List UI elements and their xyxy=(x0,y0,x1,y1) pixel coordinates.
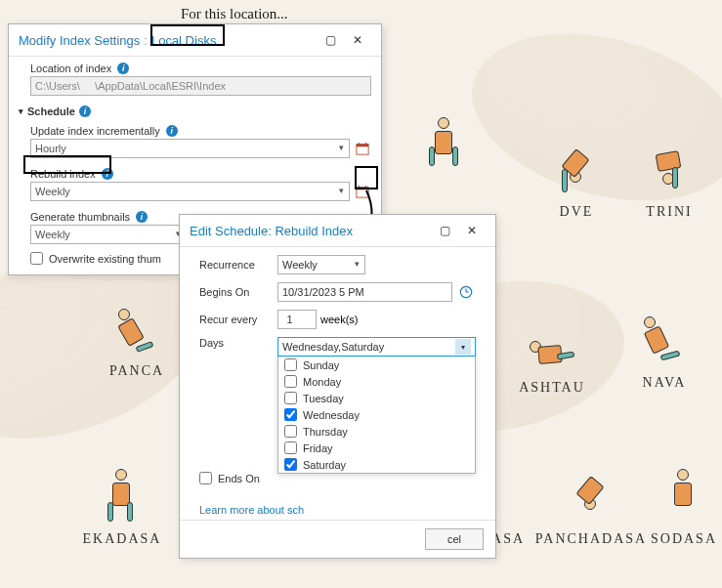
day-label: Wednesday xyxy=(303,409,360,421)
yoga-figure: NAVA xyxy=(630,313,699,400)
day-label: Sunday xyxy=(303,359,339,371)
info-icon[interactable]: i xyxy=(166,125,178,137)
yoga-figure: SODASA xyxy=(645,469,722,557)
clock-button[interactable] xyxy=(456,282,476,302)
maximize-button[interactable]: ▢ xyxy=(317,30,344,50)
yoga-figure: PANCHADASA xyxy=(532,469,650,557)
info-icon[interactable]: i xyxy=(136,211,148,223)
day-checkbox[interactable] xyxy=(284,441,297,454)
day-checkbox[interactable] xyxy=(284,375,297,388)
yoga-figure: EKADASA xyxy=(68,469,176,557)
recur-spinner[interactable] xyxy=(277,310,317,329)
day-option[interactable]: Thursday xyxy=(278,423,475,440)
dialog-title: Edit Schedule: Rebuild Index xyxy=(190,224,353,238)
edit-schedule-dialog: Edit Schedule: Rebuild Index ▢ ✕ Recurre… xyxy=(179,214,496,559)
chevron-down-icon: ▾ xyxy=(19,106,23,116)
day-label: Monday xyxy=(303,376,341,388)
yoga-figure: PANCA xyxy=(103,301,171,389)
dialog-title-prefix: Modify Index Settings xyxy=(19,33,140,48)
day-option[interactable]: Saturday xyxy=(278,456,475,473)
ends-on-checkbox[interactable] xyxy=(199,472,212,484)
info-icon[interactable]: i xyxy=(79,105,91,117)
days-dropdown[interactable]: Wednesday,Saturday ▾ SundayMondayTuesday… xyxy=(277,337,476,357)
thumbs-combo[interactable] xyxy=(30,225,187,244)
rebuild-combo[interactable] xyxy=(30,182,350,201)
close-button[interactable]: ✕ xyxy=(344,30,371,50)
yoga-figure: ASHTAU xyxy=(518,317,586,405)
location-input[interactable] xyxy=(30,76,371,96)
days-label: Days xyxy=(199,337,277,349)
recur-label: Recur every xyxy=(199,314,277,325)
calendar-button-update[interactable] xyxy=(354,140,371,157)
dialog-titlebar: Edit Schedule: Rebuild Index ▢ ✕ xyxy=(180,215,495,247)
maximize-button[interactable]: ▢ xyxy=(431,221,458,240)
day-option[interactable]: Sunday xyxy=(278,357,475,373)
yoga-figure xyxy=(410,117,479,205)
dialog-titlebar: Modify Index Settings : Local Disks ▢ ✕ xyxy=(9,24,381,57)
chevron-down-icon[interactable]: ▾ xyxy=(455,339,471,355)
rebuild-label: Rebuild index i xyxy=(9,162,381,182)
yoga-figure: TRINI xyxy=(635,142,703,230)
day-checkbox[interactable] xyxy=(284,408,297,421)
yoga-label: TRINI xyxy=(646,204,692,220)
day-label: Tuesday xyxy=(303,393,344,404)
day-option[interactable]: Monday xyxy=(278,373,475,390)
day-label: Friday xyxy=(303,442,333,454)
yoga-label: SODASA xyxy=(651,531,717,547)
days-popup: SundayMondayTuesdayWednesdayThursdayFrid… xyxy=(277,357,476,474)
recur-unit: week(s) xyxy=(320,314,359,325)
day-checkbox[interactable] xyxy=(284,425,297,438)
day-option[interactable]: Tuesday xyxy=(278,390,475,406)
annotation-location: For this location... xyxy=(181,6,288,22)
update-label: Update index incrementally i xyxy=(9,119,381,139)
cancel-button[interactable]: cel xyxy=(425,528,484,550)
begins-input[interactable] xyxy=(277,282,452,302)
overwrite-checkbox[interactable] xyxy=(30,252,43,265)
begins-label: Begins On xyxy=(199,286,277,298)
yoga-label: ASHTAU xyxy=(519,380,585,396)
day-label: Thursday xyxy=(303,426,348,438)
day-checkbox[interactable] xyxy=(284,458,297,471)
info-icon[interactable]: i xyxy=(117,63,129,74)
ends-on-label: Ends On xyxy=(218,473,260,484)
location-label: Location of index i xyxy=(9,57,381,76)
recurrence-label: Recurrence xyxy=(199,259,277,271)
yoga-label: NAVA xyxy=(643,375,687,391)
yoga-label: EKADASA xyxy=(83,531,162,547)
days-value: Wednesday,Saturday xyxy=(282,341,384,353)
day-option[interactable]: Friday xyxy=(278,440,475,456)
overwrite-label: Overwrite existing thum xyxy=(49,253,161,265)
schedule-section[interactable]: ▾ Schedule i xyxy=(9,100,381,119)
calendar-button-rebuild[interactable] xyxy=(354,183,371,200)
yoga-label: PANCA xyxy=(109,363,164,379)
day-checkbox[interactable] xyxy=(284,392,297,404)
day-checkbox[interactable] xyxy=(284,358,297,371)
close-button[interactable]: ✕ xyxy=(458,221,486,240)
yoga-label: DVE xyxy=(560,204,594,220)
update-combo[interactable] xyxy=(30,139,350,158)
yoga-label: PANCHADASA xyxy=(535,531,647,547)
learn-more-link[interactable]: Learn more about sch xyxy=(180,500,323,520)
svg-rect-5 xyxy=(357,188,368,190)
info-icon[interactable]: i xyxy=(102,168,113,180)
recurrence-combo[interactable] xyxy=(277,255,365,274)
day-label: Saturday xyxy=(303,459,346,471)
yoga-figure: DVE xyxy=(542,142,611,230)
dialog-title-tab: Local Disks xyxy=(151,33,216,48)
svg-rect-1 xyxy=(357,145,368,147)
day-option[interactable]: Wednesday xyxy=(278,406,475,423)
